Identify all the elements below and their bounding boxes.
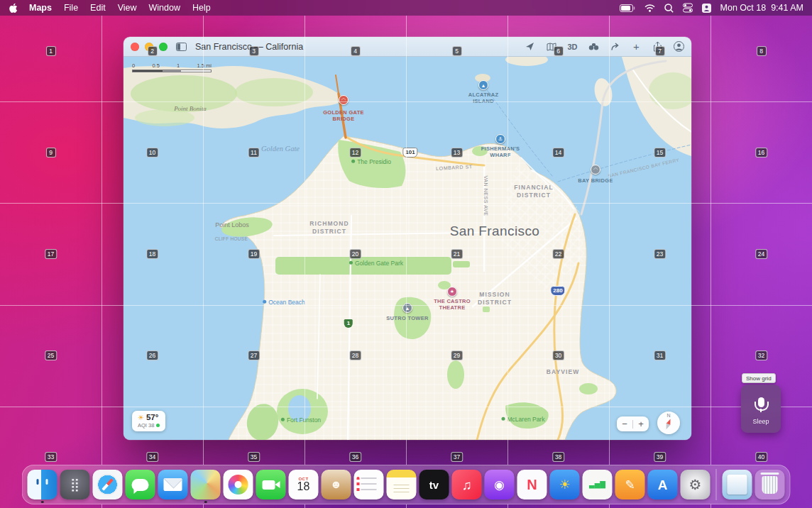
zoom-button[interactable] (159, 43, 168, 51)
menu-edit[interactable]: Edit (90, 3, 106, 13)
microphone-button[interactable] (749, 393, 773, 416)
dock-calendar[interactable]: OCT18 (289, 470, 319, 499)
messages-icon (132, 479, 149, 491)
zoom-in-button[interactable]: + (633, 419, 649, 429)
dock-launchpad[interactable]: ⣿ (60, 470, 90, 499)
dock-system-preferences[interactable]: ⚙ (681, 470, 710, 499)
look-around-button[interactable] (588, 43, 599, 50)
apple-menu[interactable] (9, 3, 18, 13)
contacts-glyph: ☻ (330, 479, 342, 490)
menu-items: MapsFileEditViewWindowHelp (29, 3, 211, 13)
dock-messages[interactable] (126, 470, 155, 499)
dock-weather[interactable]: ☀ (550, 470, 580, 499)
location-arrow-icon (525, 42, 534, 51)
grid-line (710, 0, 711, 508)
dock-tv[interactable]: tv (419, 470, 449, 499)
close-button[interactable] (131, 43, 139, 51)
aqi-label: AQI 38 (138, 422, 154, 429)
traffic-lights (131, 43, 168, 51)
weather-badge[interactable]: ☀ 57° AQI 38 (132, 411, 165, 431)
dock-news[interactable]: N (517, 470, 547, 499)
dock-contacts[interactable]: ☻ (322, 470, 351, 499)
3d-button[interactable]: 3D (567, 43, 578, 51)
bay-bridge-marker[interactable]: ◠ (591, 165, 600, 175)
grid-number-badge: 35 (248, 452, 260, 462)
scale-track (132, 70, 212, 72)
numbers-glyph: ▃▅▇ (589, 481, 605, 488)
dock: ⣿OCT18☻tv♫◉N☀▃▅▇✎A⚙ (22, 465, 791, 504)
map-canvas[interactable]: Point BonitaGOLDEN GATE BRIDGEALCATRAZ I… (124, 57, 691, 440)
compass[interactable]: N (657, 412, 680, 434)
weather-glyph: ☀ (559, 478, 570, 491)
dock-reminders[interactable] (354, 470, 384, 499)
dock-app-store[interactable]: A (648, 470, 678, 499)
menu-bar: MapsFileEditViewWindowHelp Mon Oct 18 9:… (0, 0, 812, 16)
dock-notes[interactable] (387, 470, 417, 499)
maps-window: San Francisco — California 3D + (124, 37, 691, 440)
dock-music[interactable]: ♫ (452, 470, 482, 499)
castro-theatre-marker[interactable]: ★ (447, 287, 457, 297)
calendar-glyph: 18 (297, 481, 310, 492)
menu-file[interactable]: File (64, 3, 78, 13)
dock-finder[interactable] (28, 470, 57, 499)
sidebar-icon (176, 43, 187, 51)
desktop: MapsFileEditViewWindowHelp Mon Oct 18 9:… (0, 0, 812, 508)
zoom-out-button[interactable]: − (617, 419, 632, 429)
dock-maps[interactable] (191, 470, 221, 499)
dock-pages[interactable]: ✎ (615, 470, 645, 499)
menu-window[interactable]: Window (149, 3, 180, 13)
zoom-controls: − + (617, 416, 649, 431)
wifi-icon[interactable] (644, 4, 655, 12)
dock-facetime[interactable] (256, 470, 286, 499)
reminders-icon (361, 477, 377, 492)
dock-numbers[interactable]: ▃▅▇ (583, 470, 613, 499)
dock-minimized-window[interactable] (723, 470, 752, 499)
photos-icon (229, 475, 248, 495)
minimize-button[interactable] (145, 43, 153, 51)
menu-maps[interactable]: Maps (29, 3, 52, 13)
account-button[interactable] (674, 41, 684, 52)
scale-tick-label: 1 (177, 62, 180, 69)
menu-help[interactable]: Help (192, 3, 211, 13)
pages-glyph: ✎ (625, 479, 635, 491)
dock-photos[interactable] (224, 470, 253, 499)
scale-tick-label: 0 (132, 62, 135, 69)
account-icon (674, 41, 684, 52)
fishermans-wharf-marker[interactable]: ⚓ (495, 134, 505, 144)
dock-trash[interactable] (755, 470, 785, 499)
menu-clock[interactable]: Mon Oct 18 9:41 AM (720, 3, 803, 13)
dock-safari[interactable] (93, 470, 123, 499)
window-titlebar[interactable]: San Francisco — California 3D + (124, 37, 691, 57)
menu-status: Mon Oct 18 9:41 AM (620, 3, 803, 13)
voice-control-status-icon[interactable] (702, 4, 711, 13)
voice-control-panel: Sleep (741, 385, 781, 433)
compass-north-label: N (666, 413, 670, 418)
folded-map-icon (547, 43, 556, 51)
add-button[interactable]: + (631, 40, 642, 53)
dock-divider (716, 469, 717, 500)
golden-gate-bridge-marker[interactable]: ◠ (339, 95, 349, 105)
scale-bar: 00.511.5 mi (132, 62, 212, 72)
route-arrow-icon (610, 42, 620, 51)
battery-icon[interactable] (620, 4, 635, 12)
map-mode-button[interactable] (546, 43, 556, 51)
current-location-button[interactable] (525, 42, 535, 51)
sutro-tower-marker[interactable]: ▲ (402, 303, 412, 313)
grid-number-badge: 38 (552, 452, 564, 462)
alcatraz-marker[interactable]: ▲ (478, 80, 488, 90)
grid-number-badge: 25 (45, 350, 57, 360)
grid-line (102, 0, 102, 508)
share-icon (653, 41, 662, 52)
sidebar-toggle-button[interactable] (176, 43, 187, 51)
apple-icon (9, 3, 18, 13)
toolbar-buttons: 3D + (525, 40, 684, 53)
spotlight-icon[interactable] (664, 4, 674, 13)
share-button[interactable] (652, 41, 663, 52)
route-button[interactable] (610, 42, 620, 51)
menu-view[interactable]: View (118, 3, 137, 13)
dock-podcasts[interactable]: ◉ (485, 470, 515, 499)
voice-control-sleep-label: Sleep (752, 418, 769, 425)
control-center-icon[interactable] (683, 3, 693, 13)
scale-tick-label: 1.5 mi (197, 62, 212, 69)
dock-mail[interactable] (158, 470, 188, 499)
